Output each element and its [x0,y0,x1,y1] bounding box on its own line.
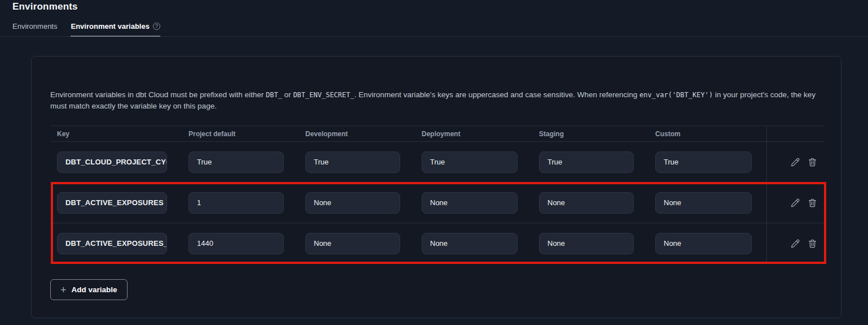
description-text: Environment variables in dbt Cloud must … [50,89,822,112]
staging-field[interactable]: None [539,233,634,254]
tab-bar: Environments Environment variables ? [0,22,868,37]
tab-environments[interactable]: Environments [12,22,57,37]
column-header-staging: Staging [532,126,648,141]
environment-variables-page: Environments Environments Environment va… [0,0,868,325]
variables-table: Key Project default Development Deployme… [50,125,823,264]
delete-trash-icon[interactable] [808,157,817,167]
table-row: DBT_ACTIVE_EXPOSURES_B... 1440 None None… [50,223,823,264]
code-env-var-example: env_var('DBT_KEY') [639,91,713,99]
delete-trash-icon[interactable] [808,198,817,208]
deployment-field[interactable]: None [422,192,518,214]
tab-environment-variables-label: Environment variables [71,22,149,31]
table-header-row: Key Project default Development Deployme… [50,125,823,142]
deployment-field[interactable]: True [422,151,518,173]
plus-icon: + [60,285,67,295]
column-header-project-default: Project default [182,126,299,141]
tab-environment-variables[interactable]: Environment variables ? [71,22,160,37]
add-variable-button[interactable]: + Add variable [50,279,128,300]
table-row: DBT_CLOUD_PROJECT_CYC... True True True … [50,142,823,183]
staging-field[interactable]: None [539,192,634,214]
column-header-development: Development [299,126,415,141]
project-default-field[interactable]: 1440 [188,233,284,254]
development-field[interactable]: None [305,192,400,214]
project-default-field[interactable]: 1 [188,192,284,214]
staging-field[interactable]: True [539,151,634,173]
environment-variables-panel: Environment variables in dbt Cloud must … [31,56,841,318]
description-part: . Environment variable's keys are upperc… [354,90,639,99]
table-row: DBT_ACTIVE_EXPOSURES 1 None None None No… [50,183,823,223]
delete-trash-icon[interactable] [808,239,817,249]
variable-key-field[interactable]: DBT_ACTIVE_EXPOSURES_B... [57,233,167,254]
description-part: or [282,90,293,99]
edit-pencil-icon[interactable] [790,198,800,208]
page-title: Environments [0,0,868,12]
variable-key-field[interactable]: DBT_CLOUD_PROJECT_CYC... [57,151,167,173]
column-header-custom: Custom [648,126,766,141]
variable-key-field[interactable]: DBT_ACTIVE_EXPOSURES [57,192,167,214]
code-dbt-prefix: DBT_ [266,91,282,99]
tab-environments-label: Environments [12,22,57,31]
column-header-actions [766,126,823,141]
column-header-deployment: Deployment [415,126,532,141]
edit-pencil-icon[interactable] [790,157,800,167]
project-default-field[interactable]: True [188,151,284,173]
deployment-field[interactable]: None [422,233,518,254]
edit-pencil-icon[interactable] [790,239,800,249]
development-field[interactable]: None [305,233,400,254]
custom-field[interactable]: None [655,233,752,254]
column-header-key: Key [50,126,182,141]
description-part: Environment variables in dbt Cloud must … [50,90,266,99]
add-variable-label: Add variable [72,285,117,294]
custom-field[interactable]: True [655,151,752,173]
help-icon[interactable]: ? [153,23,160,30]
development-field[interactable]: True [305,151,400,173]
code-dbt-env-secret-prefix: DBT_ENV_SECRET_ [293,91,354,99]
custom-field[interactable]: None [655,192,752,214]
